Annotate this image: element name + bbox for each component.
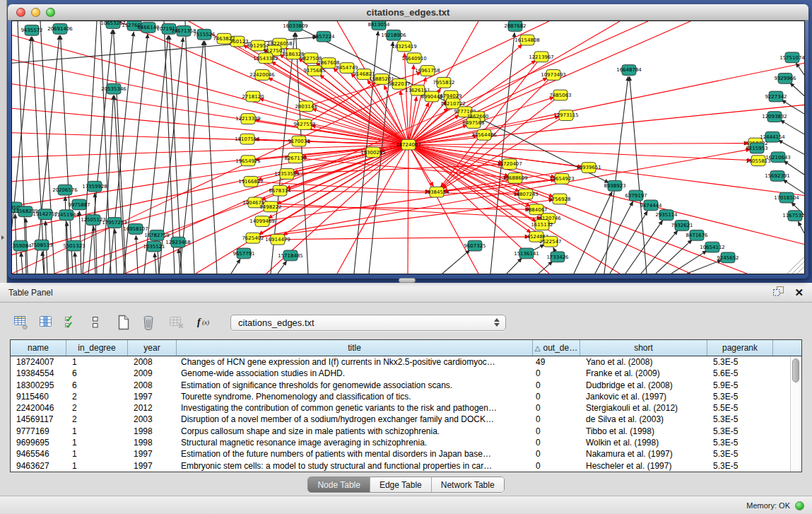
network-node[interactable]: 16939651 (576, 163, 601, 173)
network-node[interactable]: 18107554 (235, 134, 260, 144)
network-node[interactable]: 19654923 (549, 173, 575, 184)
network-window-titlebar[interactable]: citations_edges.txt (8, 4, 808, 21)
network-node[interactable]: 15692391 (765, 171, 790, 182)
zoom-window-button[interactable] (46, 8, 55, 17)
select-columns-icon[interactable] (61, 313, 80, 332)
left-panel-edge[interactable] (0, 0, 7, 283)
network-node[interactable]: 6379197 (625, 190, 647, 201)
network-node[interactable]: 9245652 (717, 252, 739, 263)
column-visibility-icon[interactable] (37, 313, 55, 332)
tab-edge-table[interactable]: Edge Table (370, 477, 432, 492)
network-node[interactable]: 18325419 (392, 41, 417, 52)
network-node[interactable]: 15751074 (779, 52, 804, 63)
close-window-button[interactable] (16, 8, 25, 17)
column-header-in_degree[interactable]: in_degree (66, 340, 128, 356)
network-node[interactable]: 12093832 (762, 112, 787, 122)
split-pane-handle[interactable] (399, 278, 416, 283)
row-height-icon[interactable] (86, 313, 105, 332)
scrollbar-thumb[interactable] (792, 358, 799, 382)
network-node[interactable]: 20691406 (47, 23, 73, 34)
column-header-pagerank[interactable]: pagerank (707, 340, 773, 356)
network-edge (255, 202, 542, 218)
network-node[interactable]: 2887682 (504, 21, 526, 31)
new-column-icon[interactable] (114, 313, 133, 332)
network-node[interactable]: 16033809 (283, 21, 308, 31)
network-node[interactable]: 19218906 (381, 30, 406, 40)
svg-text:14671358: 14671358 (171, 28, 196, 34)
network-node[interactable]: 17016504 (774, 192, 799, 203)
network-node[interactable]: 19384554 (424, 187, 449, 197)
svg-text:7508513: 7508513 (30, 243, 52, 248)
network-node[interactable]: 7515526 (193, 29, 215, 40)
column-header-short[interactable]: short (580, 340, 707, 356)
tab-node-table[interactable]: Node Table (308, 477, 370, 492)
function-builder-icon[interactable]: f(x) (196, 313, 214, 332)
table-vertical-scrollbar[interactable] (790, 356, 801, 472)
table-selector-dropdown[interactable]: citations_edges.txt (230, 315, 506, 331)
table-row[interactable]: 977716911998Corpus callosum shape and si… (11, 426, 791, 437)
column-header-title[interactable]: title (177, 340, 533, 356)
network-node[interactable]: 17359928 (82, 181, 107, 192)
table-row[interactable]: 946554611997Estimation of the future num… (11, 448, 791, 460)
minimize-window-button[interactable] (31, 8, 40, 17)
float-window-icon[interactable] (772, 286, 784, 300)
close-panel-icon[interactable]: ✕ (794, 287, 804, 298)
network-node[interactable]: 10973493 (541, 70, 566, 81)
table-row[interactable]: 969969511998Structural magnetic resonanc… (11, 437, 791, 448)
network-node[interactable]: 7932621 (671, 221, 693, 231)
network-node[interactable]: 20206576 (52, 185, 78, 195)
column-header-name[interactable]: name (11, 340, 66, 356)
network-window[interactable]: citations_edges.txt 18724007896012389129… (8, 4, 808, 279)
network-node[interactable]: 1733426 (546, 252, 568, 262)
network-edge (83, 21, 97, 274)
table-row[interactable]: 1456911722003Disruption of a novel membe… (11, 414, 791, 425)
network-node[interactable]: 7485063 (549, 90, 571, 100)
network-node[interactable]: 9170031 (288, 136, 310, 146)
network-node[interactable]: 12213967 (529, 52, 554, 62)
table-row[interactable]: 946362711997Embryonic stem cells: a mode… (11, 460, 791, 472)
network-node[interactable]: 9607325 (464, 240, 486, 251)
network-edge (155, 253, 156, 274)
network-node[interactable]: 7857224 (312, 31, 335, 42)
network-node[interactable]: 1359084 (12, 240, 32, 251)
network-node[interactable]: 19166827 (238, 176, 264, 187)
network-node[interactable]: 15718485 (278, 250, 303, 261)
network-node[interactable]: 2718120 (242, 91, 264, 102)
network-node[interactable]: 9474444 (640, 200, 662, 211)
network-node[interactable]: 15136141 (514, 248, 539, 259)
network-node[interactable]: 9227342 (765, 91, 787, 102)
table-row[interactable]: 1938455462009Genome-wide association stu… (11, 368, 791, 379)
network-node[interactable]: 9329966 (774, 73, 796, 83)
table-row[interactable]: 2242004622012Investigating the contribut… (11, 402, 791, 414)
network-node[interactable]: 14099469 (249, 216, 275, 227)
network-node[interactable]: 9756928 (548, 194, 570, 204)
network-node[interactable]: 10654112 (700, 242, 725, 252)
network-node[interactable]: 9657791 (233, 248, 254, 259)
column-header-year[interactable]: year (128, 340, 177, 356)
network-node[interactable]: 20535346 (101, 83, 126, 94)
network-node[interactable]: 12213339 (235, 114, 261, 124)
network-node[interactable]: 12973115 (553, 110, 579, 121)
tab-network-table[interactable]: Network Table (432, 477, 504, 492)
network-node[interactable]: 16648784 (616, 65, 642, 76)
table-row[interactable]: 1872400712008Changes of HCN gene express… (11, 356, 791, 368)
network-edge (12, 37, 31, 274)
network-node[interactable]: 11675311 (782, 211, 804, 221)
network-node[interactable]: 16640910 (401, 53, 427, 64)
network-node[interactable]: 2803144 (295, 101, 317, 112)
resize-grip-icon[interactable] (787, 257, 804, 274)
network-node[interactable]: 7955812 (433, 77, 454, 88)
network-node[interactable]: 16154808 (514, 35, 540, 45)
network-node[interactable]: 12353594 (274, 169, 300, 180)
table-settings-icon[interactable]: ⚙ (12, 313, 30, 332)
network-node[interactable]: 8813054 (367, 21, 390, 30)
resize-grip-icon[interactable] (792, 262, 804, 274)
network-node[interactable]: 9435572 (20, 25, 42, 35)
network-canvas[interactable]: 1872400789601238912954182260589127503818… (12, 21, 804, 274)
column-header-out_de[interactable]: △out_de… (533, 340, 580, 356)
delete-column-icon[interactable] (139, 313, 158, 332)
network-node[interactable]: 19654925 (235, 156, 261, 166)
table-row[interactable]: 1830029562008Estimation of significance … (11, 380, 791, 391)
table-row[interactable]: 911546021997Tourette syndrome. Phenomeno… (11, 391, 791, 402)
network-node[interactable]: 8471676 (686, 230, 707, 240)
